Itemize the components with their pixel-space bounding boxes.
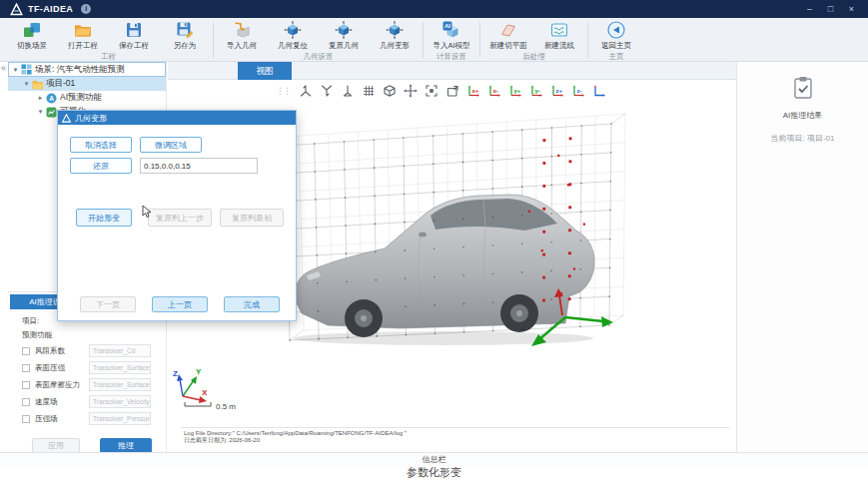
svg-text:AI: AI [444, 23, 450, 29]
app-logo-icon [10, 3, 23, 16]
back-home-button[interactable]: 返回主页 [594, 20, 638, 51]
transducer-field[interactable]: Transolver_Pressure [89, 412, 151, 425]
application-window: TF-AIDEA i – □ × 切换场景打开工程保存工程另存为工程导入几何几何… [0, 0, 868, 483]
ai-icon: A [46, 93, 57, 104]
toolbar-separator [213, 22, 214, 58]
dialog-title: 几何变形 [75, 113, 107, 124]
dialog-titlebar[interactable]: 几何变形 [58, 111, 296, 125]
clipboard-check-icon [737, 76, 868, 104]
prev-page-button[interactable]: 上一页 [152, 296, 208, 312]
scale-bar-label: 0.5 m [216, 402, 236, 411]
import-geometry-button[interactable]: 导入几何 [220, 20, 264, 51]
start-deform-button[interactable]: 开始形变 [76, 209, 132, 227]
tree-item-ai-predict[interactable]: ▸AAI预测功能 [8, 91, 166, 105]
new-cut-plane-button[interactable]: 新建切平面 [486, 20, 530, 51]
import-geometry-icon [232, 20, 252, 40]
restore-previous-button[interactable]: 复原到上一步 [148, 209, 212, 227]
transducer-field[interactable]: Transolver_SurfaceF [89, 378, 151, 391]
switch-scene-icon [22, 20, 42, 40]
option-checkbox[interactable] [22, 415, 30, 423]
option-checkbox[interactable] [22, 347, 30, 355]
close-button[interactable]: × [841, 0, 862, 18]
car-shadow [294, 331, 593, 345]
geometry-reset-icon [283, 20, 303, 40]
svg-text:y-: y- [535, 88, 540, 94]
save-as-button[interactable]: 另存为 [163, 20, 207, 51]
toolbar-group: 导入几何几何复位复原几何几何变形几何设置 [216, 19, 421, 61]
svg-text:x-: x- [493, 88, 498, 94]
info-badge-icon[interactable]: i [81, 4, 91, 14]
mouse-cursor-icon [142, 205, 153, 219]
dialog-logo-icon [62, 114, 71, 123]
predict-option-row: 速度场Transolver_Velocity [8, 393, 160, 410]
import-ai-model-button[interactable]: AI导入AI模型 [430, 20, 473, 51]
svg-text:y+: y+ [514, 88, 521, 94]
log-line-2: 日志截至日期为: 2026-06-20 [184, 437, 729, 444]
toolbar-group: 切换场景打开工程保存工程另存为工程 [6, 19, 211, 61]
toolbar-button-label: 几何变形 [380, 41, 410, 51]
minimize-button[interactable]: – [799, 0, 820, 18]
predict-option-row: 表面压强Transolver_SurfaceP [8, 359, 160, 376]
axis-z-label: Z [173, 369, 178, 378]
apply-button[interactable]: 应用 [32, 438, 80, 453]
transducer-field[interactable]: Transolver_Cd [89, 344, 151, 357]
transducer-field[interactable]: Transolver_Velocity [89, 395, 151, 408]
toolbar-separator [587, 22, 588, 58]
transducer-field[interactable]: Transolver_SurfaceP [89, 361, 151, 374]
expander-icon[interactable]: ▾ [36, 108, 45, 116]
infer-button[interactable]: 推理 [100, 438, 152, 453]
save-project-button[interactable]: 保存工程 [112, 20, 156, 51]
toolbar-group: 返回主页主页 [590, 19, 642, 61]
option-checkbox[interactable] [22, 398, 30, 406]
next-page-button[interactable]: 下一页 [80, 296, 136, 312]
svg-text:z-: z- [577, 88, 582, 94]
axis-x-label: X [202, 388, 208, 397]
save-project-icon [124, 20, 144, 40]
log-line-1: Log File Directory:" C:/Users/Tenfong/Ap… [184, 430, 729, 437]
toolbar-button-label: 导入几何 [227, 41, 257, 51]
new-cut-plane-icon [498, 20, 518, 40]
svg-text:x+: x+ [472, 88, 479, 94]
geometry-deform-button[interactable]: 几何变形 [373, 20, 417, 51]
geometry-reset-button[interactable]: 几何复位 [271, 20, 315, 51]
tree-item-project-01[interactable]: ▾项目-01 [8, 77, 166, 91]
toolbar-button-label: 另存为 [174, 41, 197, 51]
option-label: 表面摩擦应力 [35, 380, 87, 390]
import-ai-model-icon: AI [441, 20, 461, 40]
toolbar-drag-handle-icon[interactable]: ⋮⋮ [276, 86, 290, 96]
toolbar-button-label: 切换场景 [17, 41, 47, 51]
tab-view[interactable]: 视图 [238, 62, 292, 80]
restore-initial-button[interactable]: 复原到最初 [220, 209, 284, 227]
project-label: 项目: [22, 316, 39, 326]
main-toolbar: 切换场景打开工程保存工程另存为工程导入几何几何复位复原几何几何变形几何设置AI导… [0, 18, 868, 62]
expander-icon[interactable]: ▾ [22, 80, 31, 88]
tree-item-label: AI预测功能 [60, 92, 102, 104]
svg-text:A: A [49, 95, 54, 102]
finish-button[interactable]: 完成 [224, 296, 280, 312]
geometry-deform-icon [385, 20, 405, 40]
option-label: 压强场 [35, 414, 87, 424]
option-label: 速度场 [35, 397, 87, 407]
restore-button[interactable]: 还原 [70, 158, 132, 174]
result-panel-title: AI推理结果 [737, 110, 868, 121]
log-output: Log File Directory:" C:/Users/Tenfong/Ap… [182, 427, 729, 444]
toolbar-button-label: 保存工程 [119, 41, 149, 51]
geometry-restore-icon [334, 20, 354, 40]
deform-coordinate-input[interactable] [140, 158, 258, 174]
finetune-region-button[interactable]: 微调区域 [140, 137, 202, 153]
option-checkbox[interactable] [22, 364, 30, 372]
option-checkbox[interactable] [22, 381, 30, 389]
expander-icon[interactable]: ▾ [11, 66, 20, 74]
geometry-restore-button[interactable]: 复原几何 [322, 20, 366, 51]
expander-icon[interactable]: ▸ [36, 94, 45, 102]
sidebar-collapse-icon[interactable]: « [1, 63, 6, 73]
maximize-button[interactable]: □ [820, 0, 841, 18]
scene-grid-icon [21, 64, 32, 75]
tree-root-scene[interactable]: ▾ 场景: 汽车气动性能预测 [8, 62, 166, 77]
cancel-select-button[interactable]: 取消选择 [70, 137, 132, 153]
new-streamline-button[interactable]: 新建流线 [537, 20, 581, 51]
switch-scene-button[interactable]: 切换场景 [10, 20, 54, 51]
option-label: 表面压强 [35, 363, 87, 373]
open-project-button[interactable]: 打开工程 [61, 20, 105, 51]
status-bar-label: 信息栏 [423, 455, 446, 464]
